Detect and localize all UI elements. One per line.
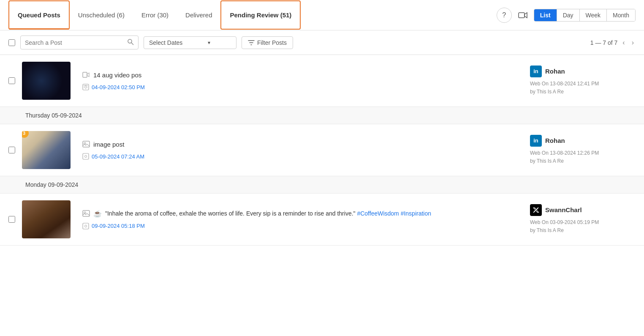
search-icon (127, 38, 134, 46)
published-by-1: by This Is A Re (530, 88, 599, 96)
post-time-2: 05-09-2024 07:24 AM (92, 153, 144, 160)
help-button[interactable]: ? (497, 8, 512, 23)
view-list-button[interactable]: List (534, 9, 557, 21)
post-row-2: 3 image post 05-09-2024 07:24 AM (0, 124, 644, 176)
view-day-button[interactable]: Day (557, 9, 580, 21)
post-text-3: "Inhale the aroma of coffee, exhale the … (105, 210, 431, 217)
post-row-3: ☕ "Inhale the aroma of coffee, exhale th… (0, 194, 644, 246)
published-info-2: Web On 13-08-2024 12:26 PM (530, 149, 599, 157)
tab-bar-right: ? List Day Week Month (497, 8, 636, 23)
post-time-row-1: 04-09-2024 02:50 PM (82, 84, 525, 90)
post-author-3: SwannCharl Web On 03-09-2024 05:19 PM by… (530, 204, 636, 235)
post-type-row-2: image post (82, 140, 525, 148)
author-platform-1: in Rohan (530, 66, 565, 77)
clock-icon-3 (82, 223, 89, 229)
post-checkbox-1[interactable] (8, 77, 15, 84)
tab-unscheduled[interactable]: Unscheduled (6) (70, 1, 133, 29)
tab-bar-tabs: Queued Posts Unscheduled (6) Error (30) … (8, 0, 497, 30)
prev-page-button[interactable]: ‹ (621, 38, 626, 47)
date-select-label: Select Dates (149, 39, 182, 46)
post-row: 14 aug video pos 04-09-2024 02:50 PM in … (0, 55, 644, 107)
video-post-icon (82, 71, 90, 79)
published-info-3: Web On 03-09-2024 05:19 PM (530, 219, 599, 227)
post-time-row-2: 05-09-2024 07:24 AM (82, 153, 525, 160)
author-name-2: Rohan (545, 137, 565, 144)
post-thumbnail-1 (22, 62, 71, 100)
tab-unscheduled-label: Unscheduled (6) (78, 11, 125, 19)
tab-pending-review[interactable]: Pending Review (51) (220, 0, 301, 30)
filter-label: Filter Posts (257, 39, 287, 46)
filter-button[interactable]: Filter Posts (242, 36, 293, 49)
help-icon: ? (502, 11, 506, 19)
tab-pending-label: Pending Review (51) (230, 11, 291, 19)
pagination-text: 1 — 7 of 7 (590, 39, 618, 46)
post-thumbnail-3 (22, 200, 71, 238)
post-type-row-3: ☕ "Inhale the aroma of coffee, exhale th… (82, 210, 525, 218)
pagination-info: 1 — 7 of 7 ‹ › (590, 38, 636, 47)
twitter-badge-3 (530, 204, 542, 216)
svg-point-5 (85, 86, 87, 88)
date-select[interactable]: Select Dates ▾ (144, 36, 236, 49)
post-thumbnail-2: 3 (22, 131, 71, 169)
author-name-1: Rohan (545, 68, 565, 75)
app-container: Queued Posts Unscheduled (6) Error (30) … (0, 0, 644, 336)
post-author-1: in Rohan Web On 13-08-2024 12:41 PM by T… (530, 66, 636, 96)
tab-bar: Queued Posts Unscheduled (6) Error (30) … (0, 0, 644, 30)
svg-point-11 (84, 212, 86, 213)
published-by-2: by This Is A Re (530, 157, 599, 165)
video-camera-button[interactable] (515, 8, 530, 23)
search-input[interactable] (25, 39, 124, 46)
post-author-2: in Rohan Web On 13-08-2024 12:26 PM by T… (530, 135, 636, 165)
filter-icon (248, 39, 255, 46)
tab-error[interactable]: Error (30) (133, 1, 177, 29)
date-section-monday: Monday 09-09-2024 (0, 176, 644, 194)
image-post-icon-3 (82, 210, 90, 217)
video-camera-icon (518, 12, 527, 19)
select-all-checkbox[interactable] (8, 39, 15, 46)
author-platform-2: in Rohan (530, 135, 565, 147)
clock-icon-2 (82, 153, 89, 160)
post-content-3: ☕ "Inhale the aroma of coffee, exhale th… (77, 210, 530, 229)
chevron-down-icon: ▾ (208, 40, 210, 46)
post-content-1: 14 aug video pos 04-09-2024 02:50 PM (77, 71, 530, 90)
x-logo-icon (533, 207, 539, 213)
post-badge-2: 3 (22, 131, 29, 138)
post-type-row-1: 14 aug video pos (82, 71, 525, 79)
svg-rect-12 (83, 223, 89, 229)
date-section-thursday: Thursday 05-09-2024 (0, 107, 644, 124)
author-meta-1: Web On 13-08-2024 12:41 PM by This Is A … (530, 80, 599, 96)
tab-queued-label: Queued Posts (18, 11, 60, 19)
published-info-1: Web On 13-08-2024 12:41 PM (530, 80, 599, 88)
svg-point-13 (85, 225, 87, 227)
post-time-3: 09-09-2024 05:18 PM (92, 223, 145, 229)
post-time-row-3: 09-09-2024 05:18 PM (82, 223, 525, 229)
tab-error-label: Error (30) (141, 11, 168, 19)
post-time-1: 04-09-2024 02:50 PM (92, 84, 145, 90)
post-hashtags-3: #CoffeeWisdom #Inspiration (357, 210, 431, 217)
linkedin-badge-2: in (530, 135, 542, 147)
svg-rect-10 (83, 210, 90, 216)
post-emoji-3: ☕ (93, 210, 102, 218)
author-platform-3: SwannCharl (530, 204, 582, 216)
post-checkbox-3[interactable] (8, 216, 15, 223)
date-header-monday: Monday 09-09-2024 (25, 181, 78, 188)
svg-rect-0 (519, 13, 524, 18)
post-title-1: 14 aug video pos (93, 71, 141, 79)
svg-rect-6 (83, 141, 90, 147)
tab-queued-posts[interactable]: Queued Posts (8, 0, 70, 30)
view-toggle: List Day Week Month (534, 9, 636, 22)
tab-delivered[interactable]: Delivered (177, 1, 220, 29)
svg-point-9 (85, 156, 87, 158)
post-title-2: image post (93, 141, 124, 148)
view-week-button[interactable]: Week (580, 9, 607, 21)
svg-point-1 (128, 39, 132, 43)
image-post-icon-2 (82, 140, 90, 148)
author-meta-3: Web On 03-09-2024 05:19 PM by This Is A … (530, 219, 599, 235)
post-checkbox-2[interactable] (8, 147, 15, 153)
svg-rect-3 (83, 72, 87, 77)
next-page-button[interactable]: › (630, 38, 636, 47)
svg-point-7 (84, 142, 86, 144)
date-header-thursday: Thursday 05-09-2024 (25, 112, 82, 119)
search-box (20, 36, 139, 49)
view-month-button[interactable]: Month (607, 9, 635, 21)
